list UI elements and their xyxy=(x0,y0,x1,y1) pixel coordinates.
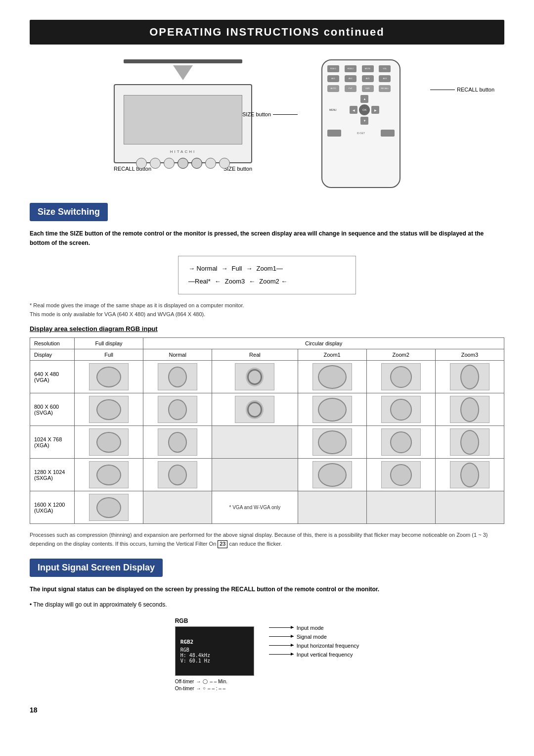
screen-display-normal-xga xyxy=(158,428,197,456)
table-cell-normal-sxga xyxy=(143,459,212,491)
remote-btn-bottom-right[interactable] xyxy=(381,130,395,137)
display-area-heading: Display area selection diagram RGB input xyxy=(30,325,504,332)
oval-zoom1-svga xyxy=(318,398,347,422)
screen-display-full-vga xyxy=(89,363,129,390)
table-cell-normal-xga xyxy=(143,426,212,459)
remote-btn-av2[interactable]: AV2 xyxy=(345,75,356,82)
oval-zoom3-svga xyxy=(460,397,479,422)
screen-display-zoom1-vga xyxy=(312,363,352,390)
screen-display-full-sxga xyxy=(89,461,129,488)
arrow-signal-mode-icon xyxy=(269,636,294,637)
remote-btn-vol[interactable]: VOL xyxy=(379,65,391,72)
signal-label-signal-mode: Signal mode xyxy=(269,634,359,640)
monitor-btn-7[interactable] xyxy=(219,158,230,169)
monitor-body: HITACHI xyxy=(114,84,252,163)
table-row: 640 X 480(VGA) xyxy=(30,361,504,393)
monitor-btn-4[interactable] xyxy=(178,158,188,169)
remote-btn-rgb1[interactable]: RGB 1 xyxy=(327,65,339,72)
table-cell-res-xga: 1024 X 768(XGA) xyxy=(30,426,75,459)
display-table: Resolution Full display Circular display… xyxy=(30,337,504,524)
off-timer-label: Off-timer xyxy=(175,679,194,684)
on-timer-icon: ○ xyxy=(203,686,206,691)
remote-dpad-left[interactable]: ◀ xyxy=(350,106,357,114)
table-subheader-full: Full xyxy=(75,349,143,361)
screen-display-full-xga xyxy=(89,428,129,456)
table-header-resolution: Resolution xyxy=(30,338,75,349)
screen-display-zoom1-xga xyxy=(312,428,352,456)
remote-dpad-ok[interactable]: OK xyxy=(359,104,370,115)
arrow-v-freq-icon xyxy=(269,654,294,655)
screen-display-zoom2-vga xyxy=(381,363,421,390)
oval-zoom2-svga xyxy=(390,399,412,421)
monitor-btn-5[interactable] xyxy=(191,158,202,169)
remote-btn-mute[interactable]: MUTE xyxy=(362,65,374,72)
h-freq-label: Input horizontal frequency xyxy=(297,643,359,649)
monitor-btn-6[interactable] xyxy=(205,158,216,169)
oval-normal-xga xyxy=(168,432,187,453)
remote-btn-pnp[interactable]: PnP xyxy=(345,85,356,92)
screen-display-zoom3-svga xyxy=(450,396,490,423)
screen-display-real-vga xyxy=(235,363,274,390)
remote-dpad-down[interactable]: ▼ xyxy=(360,117,368,125)
oval-normal-vga xyxy=(168,367,187,387)
remote-btn-av1[interactable]: AV1 xyxy=(327,75,339,82)
remote-btn-rgb2[interactable]: RGB 2 xyxy=(345,65,356,72)
screen-display-zoom3-vga xyxy=(450,363,490,390)
table-cell-res-vga: 640 X 480(VGA) xyxy=(30,361,75,393)
table-cell-normal-uxga xyxy=(143,491,212,524)
remote-dpad-right[interactable]: ▶ xyxy=(371,106,379,114)
table-cell-real-uxga: * VGA and W-VGA only xyxy=(212,491,298,524)
table-cell-full-uxga xyxy=(75,491,143,524)
screen-display-zoom1-sxga xyxy=(312,461,352,488)
table-cell-normal-svga xyxy=(143,393,212,426)
diagram-section: HITACHI RECALL button SIZE button RGB 1 … xyxy=(30,59,504,188)
remote-btn-recall[interactable]: RECALL xyxy=(379,85,391,92)
monitor-btn-2[interactable] xyxy=(150,158,161,169)
on-timer-label: On-timer xyxy=(175,686,194,691)
remote-btn-av3[interactable]: AV3 xyxy=(362,75,374,82)
flow-arrow2: → xyxy=(246,262,252,275)
table-cell-zoom1-vga xyxy=(298,361,366,393)
oval-zoom2-xga xyxy=(390,431,412,453)
monitor-btn-3[interactable] xyxy=(164,158,175,169)
signal-line-v: V: 60.1 Hz xyxy=(180,658,210,663)
signal-left-panel: RGB RGB2 RGB H: 48.4kHz V: 60.1 Hz Off-t… xyxy=(175,617,254,691)
table-subheader-display: Display xyxy=(30,349,75,361)
signal-label-h-freq: Input horizontal frequency xyxy=(269,643,359,649)
oval-full-svga xyxy=(96,399,121,420)
remote-btn-bottom-left[interactable] xyxy=(327,130,341,137)
table-subheader-zoom1: Zoom1 xyxy=(298,349,366,361)
screen-display-real-svga xyxy=(235,396,274,423)
table-header-full-display: Full display xyxy=(75,338,143,349)
signal-mode-label: Signal mode xyxy=(297,634,327,640)
monitor-btn-1[interactable] xyxy=(136,158,147,169)
table-cell-real-vga xyxy=(212,361,298,393)
on-timer-row: On-timer → ○ – – : – – xyxy=(175,686,254,691)
process-note-text2: can reduce the flicker. xyxy=(229,541,282,547)
table-cell-full-xga xyxy=(75,426,143,459)
on-timer-value: – – : – – xyxy=(208,686,225,691)
oval-full-sxga xyxy=(96,465,121,485)
timer-icon: ◯ xyxy=(203,679,208,684)
table-cell-real-svga xyxy=(212,393,298,426)
remote-dpad-up[interactable]: ▲ xyxy=(360,95,368,103)
table-cell-zoom3-xga xyxy=(435,426,504,459)
timer-area: Off-timer → ◯ – – Min. On-timer → ○ – – … xyxy=(175,679,254,691)
remote-btn-size[interactable]: SIZE xyxy=(362,85,374,92)
table-cell-zoom3-vga xyxy=(435,361,504,393)
table-row: 1280 X 1024(SXGA) xyxy=(30,459,504,491)
oval-zoom2-sxga xyxy=(390,464,412,486)
remote-btn-av4[interactable]: AV4 xyxy=(379,75,391,82)
off-timer-row: Off-timer → ◯ – – Min. xyxy=(175,679,254,684)
remote-row3: AUTO PnP SIZE RECALL xyxy=(327,85,395,92)
flow-diagram: → Normal → Full → Zoom1— —Real* ← Zoom3 … xyxy=(178,256,356,294)
remote-btn-auto[interactable]: AUTO xyxy=(327,85,339,92)
page-number: 18 xyxy=(30,706,504,714)
table-cell-zoom2-vga xyxy=(366,361,435,393)
remote-dpad: ▲ ▼ ◀ ▶ OK xyxy=(350,95,379,125)
flow-arrow3: ← xyxy=(215,275,221,288)
remote-recall-label: RECALL button xyxy=(457,87,494,93)
remote-recall-label-container: RECALL button xyxy=(430,87,494,93)
off-timer-value: – – Min. xyxy=(210,679,227,684)
table-row: 800 X 600(SVGA) xyxy=(30,393,504,426)
